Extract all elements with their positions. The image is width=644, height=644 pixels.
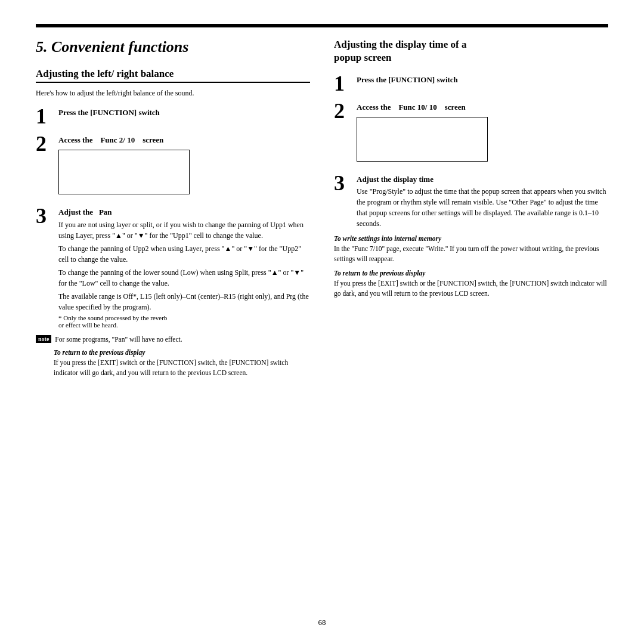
right-step2-number: 2 bbox=[334, 100, 351, 122]
left-step1-row: 1 Press the [FUNCTION] switch bbox=[36, 106, 310, 127]
note-badge: note bbox=[36, 335, 51, 343]
left-step3-body2: To change the panning of Upp2 when using… bbox=[58, 243, 310, 265]
right-step1-row: 1 Press the [FUNCTION] switch bbox=[334, 73, 608, 94]
left-step3-heading-pan: Pan bbox=[99, 208, 112, 216]
left-step3-footnote2: or effect will be heard. bbox=[58, 321, 310, 329]
right-step2-label: Access the Func 10/ 10 screen bbox=[357, 103, 608, 112]
right-return-title: To return to the previous display bbox=[334, 270, 608, 277]
left-intro-text: Here's how to adjust the left/right bala… bbox=[36, 88, 310, 98]
left-step2-label-screen: screen bbox=[143, 135, 163, 144]
left-step3-number: 3 bbox=[36, 205, 52, 227]
right-step1-label: Press the [FUNCTION] switch bbox=[357, 75, 608, 85]
top-border bbox=[36, 24, 608, 27]
right-write-title: To write settings into internal memory bbox=[334, 235, 608, 242]
left-step1-content: Press the [FUNCTION] switch bbox=[58, 106, 310, 119]
left-step2-label: Access the Func 2/ 10 screen bbox=[58, 135, 310, 145]
left-step3-heading: Adjust the Pan bbox=[58, 208, 310, 217]
left-column: 5. Convenient functions Adjusting the le… bbox=[36, 38, 310, 382]
left-step3-row: 3 Adjust the Pan If you are not using la… bbox=[36, 205, 310, 329]
right-step2-label-access: Access the bbox=[357, 103, 391, 112]
right-step3-row: 3 Adjust the display time Use "Prog/Styl… bbox=[334, 172, 608, 229]
content-area: 5. Convenient functions Adjusting the le… bbox=[36, 38, 608, 382]
right-write-section: To write settings into internal memory I… bbox=[334, 235, 608, 265]
note-box: note For some programs, "Pan" will have … bbox=[36, 335, 310, 344]
right-step3-body: Use "Prog/Style" to adjust the time that… bbox=[357, 186, 608, 229]
right-step2-label-func: Func 10/ 10 bbox=[398, 103, 436, 112]
page: 5. Convenient functions Adjusting the le… bbox=[0, 0, 644, 644]
right-step3-heading: Adjust the display time bbox=[357, 175, 608, 184]
left-lcd-box bbox=[58, 150, 190, 194]
right-lcd-box bbox=[357, 117, 488, 162]
left-step2-label-func: Func 2/ 10 bbox=[100, 135, 135, 144]
left-step3-body4: The available range is Off*, L15 (left o… bbox=[58, 291, 310, 312]
right-step2-label-screen: screen bbox=[445, 103, 466, 112]
right-step1-content: Press the [FUNCTION] switch bbox=[357, 73, 608, 86]
left-step3-body3: To change the panning of the lower sound… bbox=[58, 267, 310, 289]
left-step3-content: Adjust the Pan If you are not using laye… bbox=[58, 205, 310, 329]
right-column: Adjusting the display time of a popup sc… bbox=[334, 38, 608, 382]
right-return-body: If you press the [EXIT] switch or the [F… bbox=[334, 278, 608, 299]
left-step3-footnote1: * Only the sound processed by the reverb bbox=[58, 314, 310, 321]
left-step2-row: 2 Access the Func 2/ 10 screen bbox=[36, 133, 310, 199]
right-step3-content: Adjust the display time Use "Prog/Style"… bbox=[357, 172, 608, 229]
right-write-body: In the "Func 7/10" page, execute "Write.… bbox=[334, 244, 608, 265]
right-title-line2: popup screen bbox=[334, 52, 392, 63]
right-step3-number: 3 bbox=[334, 172, 351, 194]
right-step2-row: 2 Access the Func 10/ 10 screen bbox=[334, 100, 608, 166]
left-step2-label-access: Access the bbox=[58, 135, 92, 144]
left-step1-number: 1 bbox=[36, 106, 52, 127]
left-step2-content: Access the Func 2/ 10 screen bbox=[58, 133, 310, 199]
page-number: 68 bbox=[318, 618, 326, 627]
right-return-section: To return to the previous display If you… bbox=[334, 270, 608, 299]
left-return-title: To return to the previous display bbox=[54, 349, 310, 356]
right-section-title: Adjusting the display time of a popup sc… bbox=[334, 38, 608, 64]
left-step3-heading-text: Adjust the bbox=[58, 208, 93, 216]
left-return-body: If you press the [EXIT] switch or the [F… bbox=[54, 358, 310, 379]
left-step1-label: Press the [FUNCTION] switch bbox=[58, 108, 310, 117]
right-step2-content: Access the Func 10/ 10 screen bbox=[357, 100, 608, 166]
left-section-title: Adjusting the left/ right balance bbox=[36, 68, 310, 83]
left-step3-body1: If you are not using layer or split, or … bbox=[58, 219, 310, 241]
right-title-line1: Adjusting the display time of a bbox=[334, 39, 466, 50]
left-return-section: To return to the previous display If you… bbox=[36, 349, 310, 379]
right-step1-number: 1 bbox=[334, 73, 351, 94]
chapter-title: 5. Convenient functions bbox=[36, 38, 310, 56]
note-text: For some programs, "Pan" will have no ef… bbox=[55, 335, 182, 344]
left-step2-number: 2 bbox=[36, 133, 52, 154]
